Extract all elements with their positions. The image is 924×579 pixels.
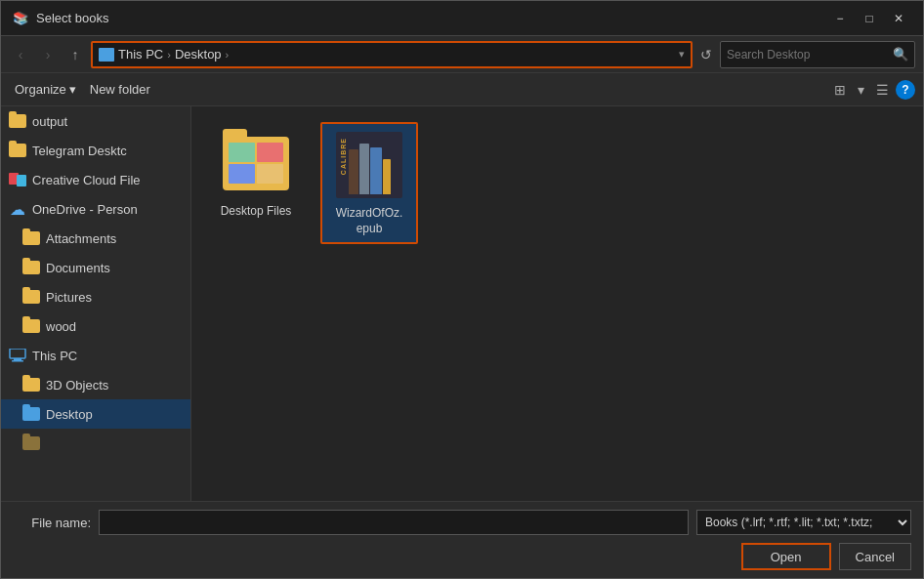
- folder-icon: [22, 260, 40, 275]
- sidebar-item-telegram[interactable]: Telegram Desktc: [1, 136, 190, 165]
- address-dropdown-button[interactable]: ▾: [679, 48, 685, 61]
- refresh-button[interactable]: ↺: [696, 45, 716, 64]
- sidebar-item-onedrive[interactable]: ☁ OneDrive - Person: [1, 194, 190, 224]
- filetype-select[interactable]: Books (*.lrf; *.rtf; *.lit; *.txt; *.txt…: [696, 510, 911, 535]
- sidebar-item-label: Creative Cloud File: [32, 173, 141, 187]
- address-desktop: Desktop: [175, 47, 222, 62]
- address-bar[interactable]: This PC › Desktop › ▾: [91, 41, 693, 68]
- file-icon: [221, 128, 291, 198]
- this-pc-icon: [9, 348, 26, 363]
- folder-icon: [9, 143, 26, 158]
- main-area: output Telegram Desktc Creative Cloud Fi…: [1, 106, 923, 501]
- close-button[interactable]: ✕: [886, 9, 911, 28]
- sidebar-item-partial[interactable]: [1, 429, 190, 458]
- sidebar-item-documents[interactable]: Documents: [1, 253, 190, 282]
- sidebar-item-creative-cloud[interactable]: Creative Cloud File: [1, 165, 190, 194]
- sidebar-item-label: Documents: [46, 261, 110, 275]
- file-label: Desktop Files: [221, 204, 292, 220]
- maximize-button[interactable]: □: [857, 9, 882, 28]
- view-dropdown-button[interactable]: ▾: [853, 79, 869, 101]
- sidebar-item-label: Attachments: [46, 231, 116, 246]
- book-spine-4: [383, 159, 391, 194]
- sidebar-item-desktop[interactable]: Desktop: [1, 399, 190, 429]
- book-spines: [349, 144, 391, 194]
- folder-icon: [22, 435, 40, 451]
- window-controls: − □ ✕: [827, 9, 911, 28]
- organize-label: Organize: [15, 82, 66, 97]
- folder-icon: [22, 289, 40, 305]
- sidebar-item-label: This PC: [32, 349, 77, 363]
- sidebar-item-label: wood: [46, 319, 76, 334]
- open-button[interactable]: Open: [741, 543, 831, 570]
- folder-icon: [22, 318, 40, 334]
- buttons-row: Open Cancel: [13, 543, 911, 570]
- book-spine-3: [370, 147, 382, 194]
- svg-rect-1: [105, 58, 108, 60]
- folder-grid: [229, 143, 283, 184]
- folder-cell-4: [257, 164, 283, 184]
- svg-rect-0: [101, 50, 112, 58]
- onedrive-icon: ☁: [9, 201, 26, 217]
- folder-icon: [22, 230, 40, 246]
- filename-row: File name: Books (*.lrf; *.rtf; *.lit; *…: [13, 510, 911, 535]
- list-view-button[interactable]: ☰: [871, 79, 894, 101]
- folder-cell-3: [229, 164, 255, 184]
- sidebar-item-attachments[interactable]: Attachments: [1, 224, 190, 253]
- bottom-bar: File name: Books (*.lrf; *.rtf; *.lit; *…: [1, 501, 923, 578]
- sidebar-item-pictures[interactable]: Pictures: [1, 282, 190, 311]
- sidebar-item-wood[interactable]: wood: [1, 311, 190, 341]
- file-icon: [334, 130, 404, 200]
- sidebar-item-label: Telegram Desktc: [32, 144, 127, 158]
- svg-rect-4: [14, 358, 21, 360]
- sidebar-item-output[interactable]: output: [1, 106, 190, 136]
- creative-cloud-icon: [9, 172, 26, 187]
- new-folder-button[interactable]: New folder: [82, 79, 158, 100]
- sidebar-item-3d-objects[interactable]: 3D Objects: [1, 370, 190, 399]
- folder-icon: [22, 377, 40, 393]
- view-controls: ⊞ ▾ ☰ ?: [829, 79, 915, 101]
- address-this-pc: This PC: [118, 47, 163, 62]
- file-item-desktop-files[interactable]: Desktop Files: [207, 122, 305, 244]
- content-area: Desktop Files WizardOfOz.epub: [191, 106, 923, 501]
- help-button[interactable]: ?: [896, 80, 915, 100]
- pc-icon: [99, 48, 114, 62]
- book-spine-1: [349, 149, 358, 194]
- sidebar-item-label: OneDrive - Person: [32, 202, 138, 217]
- organize-button[interactable]: Organize ▾: [9, 79, 82, 100]
- dialog-title: Select books: [36, 11, 827, 25]
- forward-button[interactable]: ›: [36, 43, 60, 66]
- book-spine-2: [359, 144, 369, 194]
- sidebar-item-label: Desktop: [46, 407, 93, 422]
- sidebar-item-label: output: [32, 114, 67, 129]
- dialog-icon: 📚: [13, 11, 28, 26]
- thumbnail-view-button[interactable]: ⊞: [829, 79, 851, 101]
- title-bar: 📚 Select books − □ ✕: [1, 1, 923, 36]
- address-sep-1: ›: [167, 49, 171, 61]
- folder-icon-blue: [22, 406, 40, 422]
- file-label: WizardOfOz.epub: [336, 206, 403, 236]
- desktop-folder-icon: [223, 137, 289, 190]
- filename-input[interactable]: [99, 510, 689, 535]
- svg-rect-2: [103, 59, 110, 60]
- up-button[interactable]: ↑: [63, 43, 87, 66]
- sidebar-item-label: 3D Objects: [46, 378, 108, 393]
- search-input[interactable]: [727, 48, 889, 62]
- svg-rect-3: [10, 349, 25, 358]
- file-item-wizardofoz[interactable]: WizardOfOz.epub: [320, 122, 418, 244]
- sidebar: output Telegram Desktc Creative Cloud Fi…: [1, 106, 191, 501]
- back-button[interactable]: ‹: [9, 43, 32, 66]
- organize-toolbar: Organize ▾ New folder ⊞ ▾ ☰ ?: [1, 73, 923, 106]
- select-books-dialog: 📚 Select books − □ ✕ ‹ › ↑ This PC › Des…: [0, 0, 924, 579]
- minimize-button[interactable]: −: [827, 9, 853, 28]
- filename-label: File name:: [13, 516, 91, 530]
- organize-arrow: ▾: [69, 82, 76, 97]
- search-icon: 🔍: [893, 47, 908, 62]
- sidebar-item-label: Pictures: [46, 290, 92, 305]
- sidebar-item-this-pc[interactable]: This PC: [1, 341, 190, 370]
- folder-icon: [9, 113, 26, 129]
- epub-icon: [336, 132, 402, 198]
- cancel-button[interactable]: Cancel: [839, 543, 911, 570]
- svg-rect-5: [12, 360, 23, 362]
- folder-cell-2: [257, 143, 283, 162]
- navigation-toolbar: ‹ › ↑ This PC › Desktop › ▾ ↺ 🔍: [1, 36, 923, 73]
